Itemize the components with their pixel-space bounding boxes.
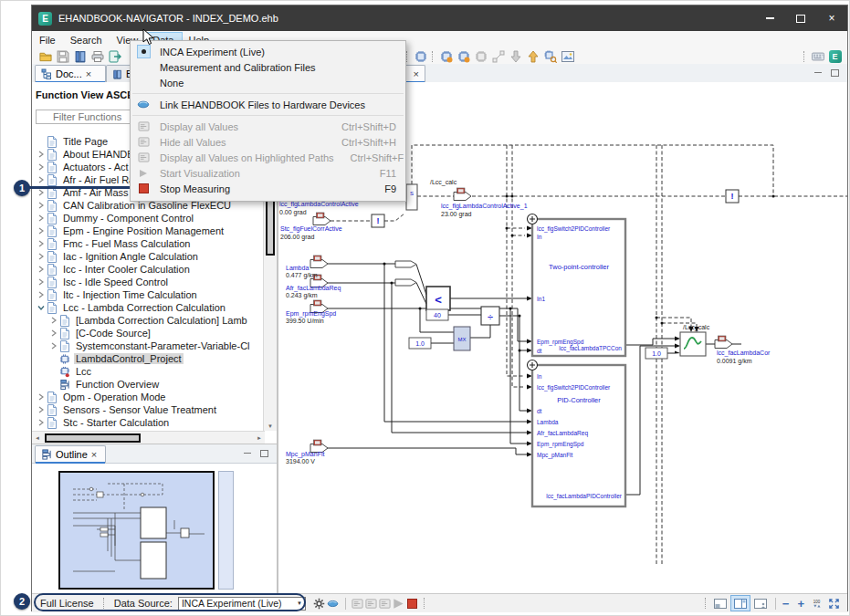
chevron-right-icon[interactable] xyxy=(48,329,59,337)
open-file-icon[interactable] xyxy=(38,49,52,63)
layout-split-button[interactable] xyxy=(730,595,750,611)
close-tab-icon[interactable]: × xyxy=(414,69,419,79)
expand-plus-icon[interactable] xyxy=(528,214,538,224)
chevron-right-icon[interactable] xyxy=(36,278,47,286)
tree-item[interactable]: Function Overview xyxy=(32,378,265,391)
display-values-highlighted-icon[interactable] xyxy=(378,597,392,610)
menu-search[interactable]: Search xyxy=(63,33,110,47)
start-visualization-icon[interactable] xyxy=(392,597,405,610)
menu-item-display-all-values[interactable]: Display all Values Ctrl+Shift+D xyxy=(131,119,405,134)
zoom-out-button[interactable]: − xyxy=(782,598,790,610)
chevron-right-icon[interactable] xyxy=(36,176,47,183)
menu-item-none[interactable]: None xyxy=(131,75,405,90)
component-insert-icon[interactable] xyxy=(414,49,427,63)
selector-block[interactable] xyxy=(406,184,417,210)
chevron-right-icon[interactable] xyxy=(36,227,47,235)
menu-item-display-highlighted[interactable]: Display all Values on Highlighted Paths … xyxy=(131,150,405,165)
chevron-right-icon[interactable] xyxy=(36,406,47,413)
layout-outline-button[interactable] xyxy=(750,595,771,611)
report-icon[interactable] xyxy=(73,49,87,63)
tree-item-selected[interactable]: LambdaControl_Project xyxy=(32,352,265,365)
chevron-right-icon[interactable] xyxy=(36,253,47,260)
link-hardware-icon[interactable] xyxy=(326,597,340,610)
tree-item[interactable]: Icc - Inter Cooler Calculation xyxy=(32,263,265,276)
menu-item-hide-all-values[interactable]: Hide all Values Ctrl+Shift+H xyxy=(131,134,405,150)
menu-item-link-hardware[interactable]: Link EHANDBOOK Files to Hardware Devices xyxy=(131,97,405,112)
scrollbar-thumb[interactable] xyxy=(45,433,141,443)
tree-item[interactable]: Iac - Ignition Angle Calculation xyxy=(32,250,265,263)
component-a-icon[interactable] xyxy=(456,49,470,63)
connector-icon[interactable] xyxy=(491,49,505,63)
component-d-icon[interactable] xyxy=(439,49,453,63)
ehandbook-icon[interactable]: E xyxy=(828,49,842,63)
tree-item[interactable]: Systemconstant-Parameter-Variable-Cl xyxy=(32,339,265,352)
chevron-right-icon[interactable] xyxy=(36,291,47,298)
layout-single-button[interactable] xyxy=(710,595,730,611)
menu-item-measurement-files[interactable]: Measurement and Calibration Files xyxy=(131,59,405,75)
probe-port-icon[interactable] xyxy=(454,188,471,201)
hide-values-icon[interactable] xyxy=(364,597,378,610)
chevron-right-icon[interactable] xyxy=(48,342,59,350)
chevron-right-icon[interactable] xyxy=(36,202,47,209)
menu-item-start-visualization[interactable]: Start Visualization F11 xyxy=(131,165,405,181)
component-gray-icon[interactable] xyxy=(474,49,488,63)
tab-documents[interactable]: Doc... × xyxy=(35,65,106,82)
navigate-down-icon[interactable] xyxy=(509,49,522,63)
chevron-right-icon[interactable] xyxy=(36,189,47,196)
chevron-right-icon[interactable] xyxy=(48,317,59,324)
tree-item[interactable]: Sensors - Sensor Value Treatment xyxy=(32,403,265,416)
chevron-right-icon[interactable] xyxy=(36,151,47,158)
chevron-right-icon[interactable] xyxy=(36,240,47,247)
close-tab-icon[interactable]: × xyxy=(91,450,97,460)
tree-item[interactable]: Stc - Starter Calculation xyxy=(32,416,265,429)
tree-item[interactable]: [C-Code Source] xyxy=(32,327,265,339)
outline-thumbnail[interactable] xyxy=(58,471,215,590)
screenshot-icon[interactable] xyxy=(561,49,574,63)
maximize-button[interactable] xyxy=(785,5,816,31)
minimize-panel-icon[interactable] xyxy=(813,68,824,78)
tree-item[interactable]: Fmc - Fuel Mass Calculation xyxy=(32,237,265,250)
chevron-right-icon[interactable] xyxy=(36,419,47,426)
zoom-in-button[interactable]: + xyxy=(797,598,804,610)
menu-item-inca-experiment[interactable]: INCA Experiment (Live) xyxy=(131,44,405,59)
tree-item[interactable]: Epm - Engine Position Management xyxy=(32,224,265,237)
tree-item[interactable]: Isc - Idle Speed Control xyxy=(32,276,265,288)
close-tab-icon[interactable]: × xyxy=(86,69,91,79)
tree-item[interactable]: Opm - Operation Mode xyxy=(32,391,265,403)
maximize-panel-icon[interactable] xyxy=(829,68,840,78)
chevron-right-icon[interactable] xyxy=(36,163,47,171)
close-button[interactable]: × xyxy=(816,5,847,31)
zoom-100-button[interactable]: 100 xyxy=(810,597,824,610)
chevron-right-icon[interactable] xyxy=(36,393,47,401)
expand-plus-icon[interactable] xyxy=(528,360,538,371)
horizontal-scrollbar[interactable]: ◄ ► xyxy=(32,431,265,444)
input-port-icon[interactable] xyxy=(313,213,331,225)
menu-file[interactable]: File xyxy=(32,33,63,47)
menu-item-stop-measuring[interactable]: Stop Measuring F9 xyxy=(131,181,405,196)
component-search-icon[interactable] xyxy=(543,49,557,63)
stop-measuring-icon[interactable] xyxy=(405,597,419,610)
output-port-icon[interactable] xyxy=(715,336,732,349)
tree-item[interactable]: [Lambda Correction Calculation] Lamb xyxy=(32,314,265,327)
navigate-up-gold-icon[interactable] xyxy=(526,49,540,63)
chevron-right-icon[interactable] xyxy=(36,214,47,222)
save-icon[interactable] xyxy=(56,49,69,63)
switch-block[interactable] xyxy=(680,332,706,356)
fit-screen-button[interactable] xyxy=(827,597,841,610)
maximize-panel-icon[interactable] xyxy=(258,448,269,458)
tree-item[interactable]: Dummy - Component Control xyxy=(32,212,265,224)
tree-item[interactable]: Lcc - Lambda Correction Calculation xyxy=(32,301,265,314)
display-values-icon[interactable] xyxy=(351,597,364,610)
tab-outline[interactable]: Outline × xyxy=(35,445,106,463)
print-icon[interactable] xyxy=(90,49,104,63)
chevron-down-icon[interactable] xyxy=(36,304,47,311)
chevron-right-icon[interactable] xyxy=(36,266,47,273)
tree-item[interactable]: Lcc xyxy=(32,365,265,378)
settings-gear-icon[interactable] xyxy=(312,597,326,610)
minimize-panel-icon[interactable] xyxy=(242,448,253,458)
virtual-keyboard-icon[interactable] xyxy=(811,49,824,63)
two-point-controller-block[interactable] xyxy=(532,219,625,356)
minimize-button[interactable] xyxy=(754,5,785,31)
tree-item[interactable]: Itc - Injection Time Calculation xyxy=(32,288,265,301)
export-icon[interactable] xyxy=(108,49,121,63)
